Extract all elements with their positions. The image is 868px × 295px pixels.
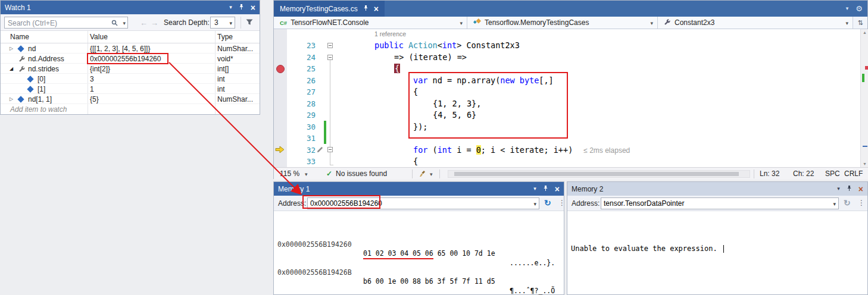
address-input[interactable] — [601, 199, 826, 208]
window-position-icon[interactable]: ▾ — [533, 186, 536, 192]
column-header-name[interactable]: Name — [10, 33, 29, 41]
watch-name: [0] — [38, 75, 45, 83]
class-dropdown[interactable]: Tensorflow.MemoryTestingCases ▾ — [467, 17, 658, 29]
outline-collapse-box[interactable] — [327, 147, 333, 152]
search-forward-icon[interactable]: → — [151, 18, 158, 27]
address-combo[interactable]: ▾ — [307, 197, 539, 209]
close-icon[interactable]: × — [555, 185, 560, 193]
watch-value: {[[1, 2, 3], [4, 5, 6]]} — [90, 45, 150, 53]
table-row-nd[interactable]: ▷ nd {[[1, 2, 3], [4, 5, 6]]} NumShar... — [1, 43, 260, 54]
memory2-content[interactable]: Unable to evaluate the expression. — [567, 211, 867, 294]
column-header-value[interactable]: Value — [90, 33, 108, 41]
search-box[interactable]: ▾ — [4, 17, 128, 29]
pin-icon[interactable] — [542, 185, 549, 193]
vertical-scrollbar[interactable]: ▲ ▼ — [860, 29, 868, 167]
memory-dump[interactable]: 0x000002556B194260 01 02 03 04 05 06 65 … — [274, 211, 564, 294]
horizontal-scrollbar-thumb[interactable] — [454, 172, 739, 176]
current-statement-arrow-icon[interactable] — [275, 146, 285, 155]
table-row-nd-1-1[interactable]: ▷ nd[1, 1] {5} NumShar... — [1, 94, 260, 104]
watch-toolbar: ▾ ← → Search Depth: 3 ▾ — [1, 14, 260, 31]
watch-name: nd — [28, 45, 36, 53]
memory-row: 0x000002556B194276 0a 3a 11 7d 1f b6 55 … — [274, 287, 564, 295]
scroll-down-icon[interactable]: ▼ — [863, 162, 867, 166]
perf-tip[interactable]: ≤ 2ms elapsed — [583, 146, 630, 155]
expand-expanded-icon[interactable]: ◢ — [10, 66, 13, 71]
status-insert-mode: SPC — [825, 170, 840, 178]
expand-collapsed-icon[interactable]: ▷ — [10, 96, 13, 102]
window-position-icon[interactable]: ▾ — [837, 186, 840, 192]
property-icon — [18, 55, 26, 64]
code-line-33: 33 { — [274, 156, 860, 167]
memory-bytes: b6 00 1e 00 88 b6 3f 5f 7f 11 d5 — [363, 277, 495, 287]
health-status-text[interactable]: No issues found — [336, 170, 387, 178]
add-item-label[interactable]: Add item to watch — [10, 105, 67, 114]
memory2-title: Memory 2 — [572, 185, 837, 193]
search-back-icon[interactable]: ← — [140, 18, 148, 27]
status-separator — [439, 170, 440, 178]
split-editor-icon[interactable]: ⇅ — [853, 17, 867, 29]
memory2-panel: Memory 2 ▾ × Address: ▾ ↻ ⋮ Unable to ev… — [567, 181, 868, 295]
outline-collapse-box[interactable] — [327, 43, 333, 48]
add-watch-row[interactable]: Add item to watch — [1, 104, 260, 114]
health-check-icon[interactable]: ✓ — [326, 170, 332, 178]
close-icon[interactable]: × — [374, 5, 379, 13]
text-caret — [723, 245, 725, 253]
watch-title: Watch 1 — [5, 4, 229, 12]
table-row-nd-strides[interactable]: ◢ nd.strides {int[2]} int[] — [1, 64, 260, 74]
table-row-strides-1[interactable]: [1] 1 int — [1, 84, 260, 94]
tab-memorytestingcases[interactable]: MemoryTestingCases.cs × — [274, 1, 385, 17]
property-icon — [664, 18, 671, 27]
table-row-strides-0[interactable]: [0] 3 int — [1, 74, 260, 84]
chevron-down-icon[interactable]: ▾ — [305, 172, 308, 177]
pin-icon[interactable] — [238, 4, 245, 12]
status-separator — [754, 170, 754, 178]
member-dropdown[interactable]: Constant2x3 ▾ — [658, 17, 853, 29]
status-line-ending: CRLF — [844, 170, 863, 178]
code-line-31: 31 — [274, 133, 860, 145]
scroll-up-icon[interactable]: ▲ — [863, 30, 867, 34]
memory1-toolbar: Address: ▾ ↻ ⋮ — [274, 196, 564, 211]
address-input[interactable] — [308, 199, 527, 208]
pin-icon[interactable] — [846, 185, 853, 193]
horizontal-scrollbar[interactable] — [448, 170, 750, 178]
chevron-down-icon[interactable]: ▾ — [833, 202, 836, 207]
filter-icon[interactable] — [246, 19, 253, 27]
watch-value: {int[2]} — [90, 65, 110, 73]
toolbar-overflow-icon[interactable]: ⋮ — [858, 199, 865, 207]
close-icon[interactable]: × — [251, 4, 255, 12]
address-combo[interactable]: ▾ — [601, 197, 839, 209]
search-options-chevron-icon[interactable]: ▾ — [123, 21, 126, 26]
tab-list-chevron-icon[interactable]: ▾ — [846, 6, 849, 11]
expand-collapsed-icon[interactable]: ▷ — [10, 46, 13, 51]
table-row-nd-address[interactable]: nd.Address 0x000002556b194260 void* — [1, 54, 260, 64]
chevron-down-icon: ▾ — [845, 21, 848, 26]
project-dropdown[interactable]: C# TensorFlowNET.Console ▾ — [274, 17, 467, 29]
memory-row: 0x000002556B19426B b6 00 1e 00 88 b6 3f … — [274, 259, 564, 268]
window-position-icon[interactable]: ▾ — [229, 5, 232, 10]
search-depth-value: 3 — [214, 18, 218, 27]
breakpoint-icon[interactable] — [276, 65, 285, 73]
watch-name: nd.Address — [28, 55, 64, 63]
watch-name: nd.strides — [28, 65, 59, 73]
gear-icon[interactable]: ⚙ — [855, 4, 863, 13]
refresh-icon[interactable]: ↻ — [544, 198, 551, 208]
line-number: 29 — [287, 109, 316, 121]
codelens-references[interactable]: 1 reference — [374, 30, 406, 37]
evaluation-error-message: Unable to evaluate the expression. — [571, 244, 724, 253]
refresh-icon[interactable]: ↻ — [844, 198, 851, 208]
close-icon[interactable]: × — [858, 185, 863, 193]
column-header-type[interactable]: Type — [217, 33, 233, 41]
search-depth-select[interactable]: 3 ▾ — [210, 17, 235, 29]
chevron-down-icon[interactable]: ▾ — [533, 202, 536, 207]
outline-collapse-box[interactable] — [327, 55, 333, 60]
field-icon — [18, 45, 23, 51]
code-cleanup-icon[interactable] — [419, 170, 427, 179]
watch-value-address: 0x000002556b194260 — [90, 55, 161, 63]
pin-icon[interactable] — [363, 5, 369, 13]
code-editor-surface[interactable]: 1 reference 23 public Action<int> Consta… — [274, 29, 868, 167]
toolbar-overflow-icon[interactable]: ⋮ — [558, 199, 566, 207]
search-input[interactable] — [5, 18, 100, 28]
chevron-down-icon[interactable]: ▾ — [430, 172, 433, 177]
zoom-select[interactable]: 115 % — [280, 170, 299, 178]
code-line-28: 28 {1, 2, 3}, — [274, 98, 860, 110]
